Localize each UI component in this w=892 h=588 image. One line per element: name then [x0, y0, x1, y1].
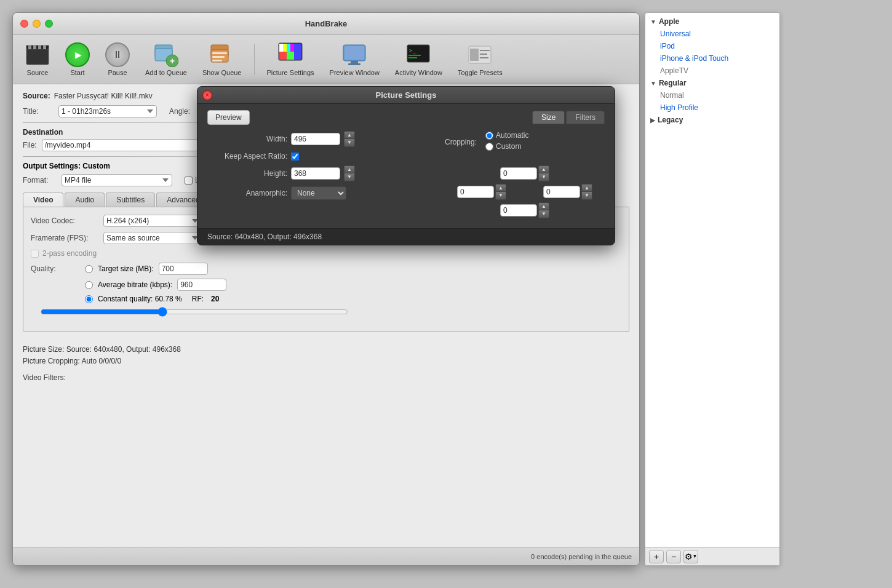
- target-size-input[interactable]: [159, 263, 208, 275]
- constant-quality-row: Constant quality: 60.78 % RF: 20: [31, 295, 621, 303]
- dialog-top-row: Preview Size Filters: [207, 110, 605, 125]
- codec-dropdown[interactable]: H.264 (x264): [103, 215, 202, 227]
- dialog-tab-filters[interactable]: Filters: [566, 111, 605, 124]
- dialog-close-button[interactable]: ×: [202, 90, 212, 100]
- crop-left-input[interactable]: [457, 186, 494, 198]
- show-queue-button[interactable]: Show Queue: [196, 39, 248, 79]
- tab-audio[interactable]: Audio: [65, 193, 105, 207]
- height-input[interactable]: [291, 167, 340, 180]
- rf-label: RF:: [192, 295, 204, 303]
- crop-bottom-down[interactable]: ▼: [539, 210, 549, 218]
- svg-rect-13: [212, 56, 225, 58]
- aspect-ratio-checkbox[interactable]: [291, 153, 299, 161]
- dialog-tabs: Size Filters: [532, 111, 605, 124]
- framerate-dropdown[interactable]: Same as source: [103, 232, 202, 244]
- picture-settings-dialog: × Picture Settings Preview Size Filters: [197, 86, 615, 245]
- gear-icon: ⚙: [685, 552, 693, 562]
- crop-left-up[interactable]: ▲: [496, 185, 506, 192]
- twopass-row: 2-pass encoding: [31, 249, 621, 258]
- close-button[interactable]: [20, 20, 28, 28]
- preset-group-regular[interactable]: ▼ Regular: [645, 77, 779, 89]
- cropping-label: Cropping:: [445, 138, 477, 146]
- tab-subtitles[interactable]: Subtitles: [106, 193, 155, 207]
- crop-right-down[interactable]: ▼: [582, 192, 592, 199]
- crop-top-up[interactable]: ▲: [539, 166, 549, 173]
- width-input[interactable]: [291, 133, 340, 145]
- dialog-body: Width: ▲ ▼ Keep Aspect Ratio:: [207, 131, 605, 218]
- activity-window-icon: >_: [406, 42, 431, 67]
- pause-button[interactable]: Pause: [99, 39, 136, 79]
- format-dropdown[interactable]: MP4 file: [62, 174, 172, 186]
- height-stepper-up[interactable]: ▲: [344, 166, 354, 173]
- preset-group-apple[interactable]: ▼ Apple: [645, 15, 779, 28]
- title-dropdown[interactable]: 1 - 01h23m26s: [58, 105, 157, 117]
- settings-preset-button[interactable]: ⚙▼: [683, 550, 698, 563]
- picture-info: Picture Size: Source: 640x480, Output: 4…: [23, 344, 629, 384]
- picture-settings-label: Picture Settings: [267, 69, 314, 76]
- quality-section: Quality: Target size (MB): Average bitra…: [31, 263, 621, 319]
- svg-rect-35: [480, 57, 488, 58]
- twopass-checkbox[interactable]: [31, 250, 39, 258]
- svg-rect-22: [290, 44, 294, 52]
- minimize-button[interactable]: [33, 20, 41, 28]
- height-label: Height:: [207, 169, 287, 178]
- activity-window-button[interactable]: >_ Activity Window: [389, 39, 448, 79]
- crop-auto-radio[interactable]: [485, 132, 493, 140]
- preview-window-button[interactable]: Preview Window: [324, 39, 386, 79]
- anamorphic-dropdown[interactable]: None: [291, 186, 346, 200]
- add-preset-button[interactable]: +: [649, 550, 664, 563]
- crop-right-input[interactable]: [543, 186, 580, 198]
- target-size-radio[interactable]: [85, 265, 93, 273]
- toggle-presets-label: Toggle Presets: [458, 69, 503, 76]
- crop-bottom-up[interactable]: ▲: [539, 203, 549, 210]
- constant-quality-label: Constant quality: 60.78 %: [98, 295, 182, 303]
- anamorphic-label: Anamorphic:: [207, 189, 287, 197]
- height-stepper-down[interactable]: ▼: [344, 173, 354, 181]
- toggle-presets-button[interactable]: Toggle Presets: [452, 39, 509, 79]
- preset-ipod[interactable]: iPod: [645, 40, 779, 52]
- dialog-preview-button[interactable]: Preview: [207, 110, 250, 125]
- preset-iphone-ipod-touch[interactable]: iPhone & iPod Touch: [645, 52, 779, 65]
- presets-toolbar: + − ⚙▼: [645, 547, 779, 565]
- avg-bitrate-radio[interactable]: [85, 281, 93, 289]
- svg-text:+: +: [170, 56, 175, 66]
- title-bar: HandBrake: [13, 13, 639, 35]
- preset-universal[interactable]: Universal: [645, 28, 779, 40]
- large-file-checkbox[interactable]: [185, 177, 193, 185]
- add-queue-button[interactable]: + Add to Queue: [139, 39, 193, 79]
- window-title: HandBrake: [305, 19, 348, 28]
- remove-preset-button[interactable]: −: [666, 550, 681, 563]
- width-stepper-down[interactable]: ▼: [344, 139, 354, 146]
- constant-quality-radio[interactable]: [85, 295, 93, 303]
- quality-slider[interactable]: [41, 307, 348, 317]
- pause-icon: [105, 42, 130, 67]
- preset-normal[interactable]: Normal: [645, 89, 779, 101]
- preset-group-legacy[interactable]: ▶ Legacy: [645, 114, 779, 126]
- show-queue-label: Show Queue: [202, 69, 242, 76]
- crop-left-down[interactable]: ▼: [496, 192, 506, 199]
- window-controls: [20, 20, 53, 28]
- start-button[interactable]: Start: [59, 39, 96, 79]
- crop-right-up[interactable]: ▲: [582, 185, 592, 192]
- tab-video[interactable]: Video: [23, 193, 63, 207]
- svg-rect-30: [408, 57, 417, 58]
- width-stepper-up[interactable]: ▲: [344, 132, 354, 139]
- maximize-button[interactable]: [45, 20, 53, 28]
- apple-triangle-icon: ▼: [650, 18, 656, 25]
- crop-top-input[interactable]: [500, 167, 537, 180]
- svg-rect-26: [348, 63, 360, 65]
- preview-window-icon: [342, 42, 367, 67]
- crop-custom-radio[interactable]: [485, 143, 493, 151]
- crop-auto-label: Automatic: [496, 131, 528, 140]
- source-button[interactable]: Source: [19, 39, 56, 79]
- picture-settings-button[interactable]: Picture Settings: [261, 39, 321, 79]
- crop-bottom-input[interactable]: [500, 204, 537, 217]
- svg-rect-21: [287, 44, 290, 52]
- preset-appletv[interactable]: AppleTV: [645, 65, 779, 77]
- toolbar: Source Start Pause + Add to Que: [13, 35, 639, 84]
- dialog-tab-size[interactable]: Size: [532, 111, 565, 124]
- crop-top-down[interactable]: ▼: [539, 173, 549, 181]
- framerate-label: Framerate (FPS):: [31, 234, 98, 242]
- preset-high-profile[interactable]: High Profile: [645, 101, 779, 114]
- avg-bitrate-input[interactable]: [177, 279, 226, 291]
